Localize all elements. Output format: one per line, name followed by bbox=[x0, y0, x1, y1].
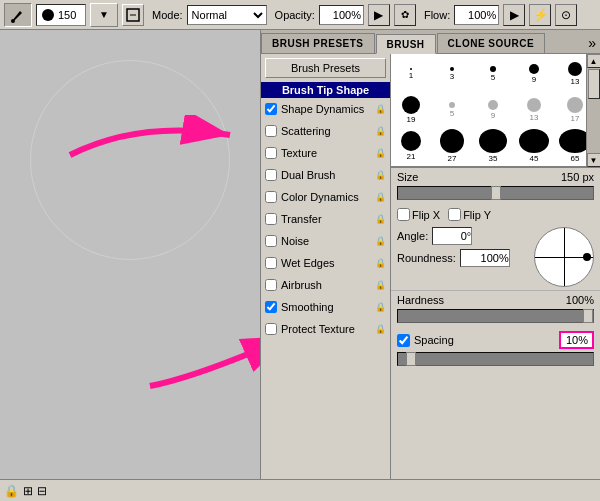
list-item-airbrush[interactable]: Airbrush 🔒 bbox=[261, 274, 390, 296]
list-item-dual-brush[interactable]: Dual Brush 🔒 bbox=[261, 164, 390, 186]
opacity-input[interactable]: 100% bbox=[319, 5, 364, 25]
hardness-value: 100% bbox=[566, 294, 594, 306]
panel-tabs: BRUSH PRESETS BRUSH CLONE SOURCE » bbox=[261, 30, 600, 54]
status-icon-1[interactable]: 🔒 bbox=[4, 484, 19, 498]
spacing-slider[interactable] bbox=[397, 352, 594, 366]
panel-options-arrow[interactable]: » bbox=[584, 33, 600, 53]
toolbar: 150 ▼ Mode: Normal Opacity: 100% ▶ ✿ Flo… bbox=[0, 0, 600, 30]
main-area: BRUSH PRESETS BRUSH CLONE SOURCE » Brush… bbox=[0, 30, 600, 501]
flip-y-checkbox[interactable] bbox=[448, 208, 461, 221]
list-item-shape-dynamics[interactable]: Shape Dynamics 🔒 bbox=[261, 98, 390, 120]
airbrush-btn[interactable]: ✿ bbox=[394, 4, 416, 26]
flip-x-checkbox[interactable] bbox=[397, 208, 410, 221]
roundness-input[interactable]: 100% bbox=[460, 249, 510, 267]
status-icon-2[interactable]: ⊞ bbox=[23, 484, 33, 498]
angle-arrow-icon: → bbox=[579, 249, 593, 265]
brush-thumb-21[interactable]: 21 bbox=[393, 128, 429, 164]
brush-thumb-27[interactable]: 27 bbox=[434, 128, 470, 164]
list-item-wet-edges[interactable]: Wet Edges 🔒 bbox=[261, 252, 390, 274]
list-item-color-dynamics[interactable]: Color Dynamics 🔒 bbox=[261, 186, 390, 208]
spacing-value-box: 10% bbox=[559, 331, 594, 349]
list-item-scattering[interactable]: Scattering 🔒 bbox=[261, 120, 390, 142]
opacity-arrow-btn[interactable]: ▶ bbox=[368, 4, 390, 26]
scroll-thumb[interactable] bbox=[588, 69, 600, 99]
stylus-btn[interactable]: ⚡ bbox=[529, 4, 551, 26]
svg-point-1 bbox=[42, 9, 54, 21]
flow-input[interactable]: 100% bbox=[454, 5, 499, 25]
scroll-down-btn[interactable]: ▼ bbox=[587, 153, 601, 167]
options-btn[interactable]: ⊙ bbox=[555, 4, 577, 26]
presets-button[interactable]: Brush Presets bbox=[265, 58, 386, 78]
size-slider[interactable] bbox=[397, 186, 594, 200]
hardness-slider[interactable] bbox=[397, 309, 594, 323]
brush-thumb-9[interactable]: 9 bbox=[516, 56, 552, 92]
spacing-slider-row bbox=[391, 352, 600, 371]
brush-thumb-9b[interactable]: 9 bbox=[475, 92, 511, 128]
svg-point-0 bbox=[11, 19, 15, 23]
list-item-transfer[interactable]: Transfer 🔒 bbox=[261, 208, 390, 230]
opacity-label: Opacity: bbox=[275, 9, 315, 21]
scroll-up-btn[interactable]: ▲ bbox=[587, 54, 601, 68]
lock-icon-8: 🔒 bbox=[375, 280, 386, 290]
brush-options-btn[interactable]: ▼ bbox=[90, 3, 118, 27]
status-icon-3[interactable]: ⊟ bbox=[37, 484, 47, 498]
wet-edges-checkbox[interactable] bbox=[265, 257, 277, 269]
smoothing-checkbox[interactable] bbox=[265, 301, 277, 313]
roundness-row: Roundness: 100% bbox=[397, 249, 526, 267]
status-bar: 🔒 ⊞ ⊟ bbox=[0, 479, 600, 501]
angle-inputs: Angle: 0° Roundness: 100% bbox=[397, 227, 526, 267]
spacing-checkbox[interactable] bbox=[397, 334, 410, 347]
airbrush-checkbox[interactable] bbox=[265, 279, 277, 291]
angle-crosshair-v bbox=[564, 228, 565, 286]
protect-texture-checkbox[interactable] bbox=[265, 323, 277, 335]
canvas-area[interactable] bbox=[0, 30, 260, 501]
brush-thumb-35[interactable]: 35 bbox=[475, 128, 511, 164]
tab-brush-presets[interactable]: BRUSH PRESETS bbox=[261, 33, 375, 53]
shape-dynamics-checkbox[interactable] bbox=[265, 103, 277, 115]
brush-tip-shape-title[interactable]: Brush Tip Shape bbox=[261, 82, 390, 98]
flip-y-check[interactable]: Flip Y bbox=[448, 208, 491, 221]
brush-list-sidebar: Brush Presets Brush Tip Shape Shape Dyna… bbox=[261, 54, 391, 501]
lock-icon-6: 🔒 bbox=[375, 236, 386, 246]
angle-input[interactable]: 0° bbox=[432, 227, 472, 245]
mode-select[interactable]: Normal bbox=[187, 5, 267, 25]
brush-thumb-3[interactable]: 3 bbox=[434, 56, 470, 92]
flip-x-check[interactable]: Flip X bbox=[397, 208, 440, 221]
hardness-label: Hardness bbox=[397, 294, 467, 306]
hardness-slider-row bbox=[391, 309, 600, 328]
circle-guide bbox=[30, 60, 230, 260]
angle-row: Angle: 0° bbox=[397, 227, 526, 245]
list-item-smoothing[interactable]: Smoothing 🔒 bbox=[261, 296, 390, 318]
lock-icon-7: 🔒 bbox=[375, 258, 386, 268]
texture-checkbox[interactable] bbox=[265, 147, 277, 159]
noise-checkbox[interactable] bbox=[265, 235, 277, 247]
brush-thumb-45[interactable]: 45 bbox=[516, 128, 552, 164]
lock-icon-5: 🔒 bbox=[375, 214, 386, 224]
list-item-texture[interactable]: Texture 🔒 bbox=[261, 142, 390, 164]
brush-tool-button[interactable] bbox=[4, 3, 32, 27]
list-item-protect-texture[interactable]: Protect Texture 🔒 bbox=[261, 318, 390, 340]
lock-icon-2: 🔒 bbox=[375, 148, 386, 158]
brush-thumb-5b[interactable]: 5 bbox=[434, 92, 470, 128]
size-slider-row bbox=[391, 186, 600, 205]
size-row: Size 150 px bbox=[391, 168, 600, 186]
transfer-checkbox[interactable] bbox=[265, 213, 277, 225]
list-item-noise[interactable]: Noise 🔒 bbox=[261, 230, 390, 252]
flip-row: Flip X Flip Y bbox=[391, 205, 600, 224]
brush-thumb-1[interactable]: 1 bbox=[393, 56, 429, 92]
tab-brush[interactable]: BRUSH bbox=[376, 34, 436, 54]
brush-size-control[interactable]: 150 bbox=[36, 4, 86, 26]
flow-arrow-btn[interactable]: ▶ bbox=[503, 4, 525, 26]
tablet-pressure-btn[interactable] bbox=[122, 4, 144, 26]
tab-clone-source[interactable]: CLONE SOURCE bbox=[437, 33, 546, 53]
scattering-checkbox[interactable] bbox=[265, 125, 277, 137]
spacing-row: Spacing 10% bbox=[391, 328, 600, 352]
angle-circle[interactable]: → bbox=[534, 227, 594, 287]
brush-thumb-5[interactable]: 5 bbox=[475, 56, 511, 92]
dual-brush-checkbox[interactable] bbox=[265, 169, 277, 181]
brush-thumb-19[interactable]: 19 bbox=[393, 92, 429, 128]
color-dynamics-checkbox[interactable] bbox=[265, 191, 277, 203]
roundness-label: Roundness: bbox=[397, 252, 456, 264]
brush-thumbnail-grid: 1 3 5 9 bbox=[391, 54, 600, 167]
brush-thumb-13b[interactable]: 13 bbox=[516, 92, 552, 128]
